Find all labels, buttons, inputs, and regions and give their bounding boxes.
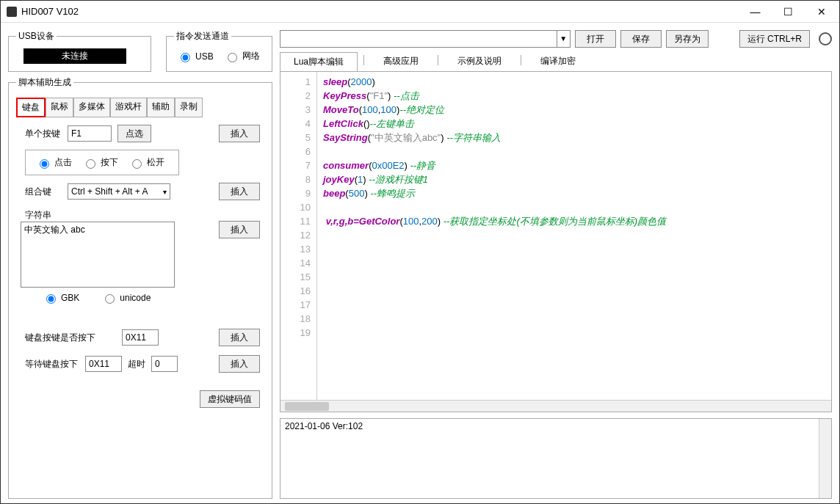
script-legend: 脚本辅助生成 xyxy=(16,76,73,89)
file-dropdown-icon[interactable]: ▼ xyxy=(557,31,570,47)
file-combo[interactable]: ▼ xyxy=(280,30,571,48)
action-down-radio[interactable]: 按下 xyxy=(82,156,118,169)
usb-legend: USB设备 xyxy=(16,30,57,43)
insert-isdown-button[interactable]: 插入 xyxy=(219,329,260,346)
open-button[interactable]: 打开 xyxy=(575,30,616,48)
channel-usb-radio[interactable]: USB xyxy=(177,51,214,62)
tab-media[interactable]: 多媒体 xyxy=(73,98,110,117)
run-button[interactable]: 运行 CTRL+R xyxy=(739,30,810,48)
tab-joystick[interactable]: 游戏杆 xyxy=(110,98,147,117)
saveas-button[interactable]: 另存为 xyxy=(666,30,709,48)
action-up-radio[interactable]: 松开 xyxy=(128,156,164,169)
status-indicator xyxy=(819,32,832,45)
usb-device-group: USB设备 未连接 xyxy=(8,30,151,72)
window-title: HID007 V102 xyxy=(21,6,739,17)
isdown-label: 键盘按键是否按下 xyxy=(21,332,116,344)
channel-group: 指令发送通道 USB 网络 xyxy=(166,30,272,72)
insert-single-key-button[interactable]: 插入 xyxy=(219,125,260,142)
log-panel[interactable]: 2021-01-06 Ver:102 xyxy=(280,418,832,499)
close-button[interactable]: ✕ xyxy=(805,1,838,22)
single-key-input[interactable] xyxy=(68,125,112,142)
encoding-unicode-radio[interactable]: unicode xyxy=(101,292,151,304)
minimize-button[interactable]: — xyxy=(739,1,772,22)
isdown-input[interactable] xyxy=(122,329,159,346)
channel-legend: 指令发送通道 xyxy=(174,30,231,43)
editor-tab-lua[interactable]: Lua脚本编辑 xyxy=(280,52,358,71)
string-label: 字符串 xyxy=(21,209,62,222)
timeout-label: 超时 xyxy=(128,358,145,370)
timeout-input[interactable] xyxy=(151,356,178,372)
action-click-radio[interactable]: 点击 xyxy=(36,156,72,169)
tab-record[interactable]: 录制 xyxy=(175,98,203,117)
helper-tabs: 键盘 鼠标 多媒体 游戏杆 辅助 录制 xyxy=(16,98,264,117)
hscroll-thumb[interactable] xyxy=(285,402,329,411)
encoding-gbk-radio[interactable]: GBK xyxy=(43,292,79,304)
editor-tab-compile[interactable]: 编译加密 xyxy=(527,52,589,71)
tab-aux[interactable]: 辅助 xyxy=(147,98,175,117)
app-icon xyxy=(7,7,17,17)
select-key-button[interactable]: 点选 xyxy=(117,125,151,142)
editor-tab-advanced[interactable]: 高级应用 xyxy=(370,52,432,71)
insert-string-button[interactable]: 插入 xyxy=(219,221,260,238)
script-helper-group: 脚本辅助生成 键盘 鼠标 多媒体 游戏杆 辅助 录制 单个按键 点选 插入 xyxy=(8,76,272,499)
log-text: 2021-01-06 Ver:102 xyxy=(285,421,363,431)
usb-status: 未连接 xyxy=(23,48,126,64)
string-input[interactable]: 中英文输入 abc xyxy=(21,222,175,288)
tab-keyboard[interactable]: 键盘 xyxy=(16,98,46,117)
single-key-label: 单个按键 xyxy=(21,128,62,140)
wait-input[interactable] xyxy=(85,356,122,372)
code-editor[interactable]: 12345678910111213141516171819 sleep(2000… xyxy=(280,72,831,400)
combo-select[interactable]: Ctrl + Shift + Alt + A xyxy=(68,183,170,200)
editor-hscrollbar[interactable] xyxy=(280,400,831,412)
wait-label: 等待键盘按下 xyxy=(21,358,79,370)
vk-code-button[interactable]: 虚拟键码值 xyxy=(200,390,260,408)
combo-label: 组合键 xyxy=(21,186,62,198)
code-area[interactable]: sleep(2000)KeyPress("F1") --点击MoveTo(100… xyxy=(317,72,831,400)
tab-mouse[interactable]: 鼠标 xyxy=(46,98,73,117)
insert-combo-button[interactable]: 插入 xyxy=(219,183,260,200)
line-gutter: 12345678910111213141516171819 xyxy=(280,72,317,400)
log-vscroll-thumb[interactable] xyxy=(821,420,830,442)
maximize-button[interactable]: ☐ xyxy=(772,1,805,22)
channel-net-radio[interactable]: 网络 xyxy=(224,50,260,62)
title-bar: HID007 V102 — ☐ ✕ xyxy=(1,1,839,23)
insert-wait-button[interactable]: 插入 xyxy=(219,355,260,373)
editor-tab-examples[interactable]: 示例及说明 xyxy=(444,52,515,71)
save-button[interactable]: 保存 xyxy=(620,30,662,48)
